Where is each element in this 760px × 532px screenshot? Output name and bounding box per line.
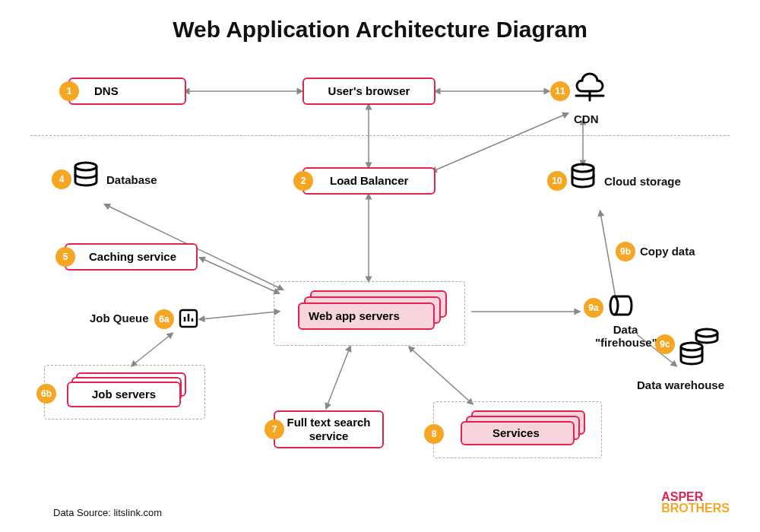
svg-point-24 <box>696 329 717 337</box>
svg-line-8 <box>201 312 277 319</box>
badge-8: 8 <box>424 424 444 444</box>
cache-label: Caching service <box>89 250 176 264</box>
browser-node: User's browser <box>302 78 435 105</box>
svg-point-17 <box>75 163 97 170</box>
fts-label: Full text search service <box>280 416 378 443</box>
svg-line-14 <box>410 348 471 403</box>
webapp-label: Web app servers <box>309 309 400 322</box>
dns-node: DNS <box>68 78 186 105</box>
lb-node: Load Balancer <box>302 167 435 195</box>
badge-6a: 6a <box>154 309 174 329</box>
jobservers-label-box: Job servers <box>67 382 181 407</box>
cache-node: Caching service <box>65 243 198 271</box>
fts-node: Full text search service <box>274 410 384 448</box>
badge-1: 1 <box>59 81 79 101</box>
firehose-icon <box>608 293 635 321</box>
badge-11: 11 <box>550 81 570 101</box>
badge-9b: 9b <box>616 242 635 261</box>
cdn-icon <box>572 70 608 106</box>
cdn-label: CDN <box>574 112 599 125</box>
database-label: Database <box>106 173 157 186</box>
asper-logo: ASPER BROTHERS <box>661 491 730 514</box>
cloud-storage-label: Cloud storage <box>604 175 681 188</box>
dns-label: DNS <box>94 84 119 98</box>
svg-point-23 <box>610 296 618 315</box>
copy-label: Copy data <box>640 245 695 258</box>
svg-point-18 <box>572 164 594 172</box>
badge-10: 10 <box>547 171 567 191</box>
svg-point-25 <box>681 343 702 350</box>
browser-label: User's browser <box>328 84 410 98</box>
svg-line-13 <box>327 348 350 407</box>
svg-line-4 <box>433 114 566 171</box>
database-icon <box>73 161 99 195</box>
badge-7: 7 <box>264 420 284 439</box>
cloud-storage-icon <box>570 163 596 196</box>
badge-5: 5 <box>55 247 75 267</box>
services-label: Services <box>492 426 540 439</box>
diagram-canvas: DNS 1 User's browser 11 CDN Load Balance… <box>0 0 760 532</box>
dw-label: Data warehouse <box>637 378 724 391</box>
dw-icon <box>676 325 722 374</box>
badge-4: 4 <box>52 169 71 189</box>
badge-2: 2 <box>293 171 313 191</box>
firehose-label: Data "firehouse" <box>595 323 656 349</box>
svg-line-7 <box>201 258 277 293</box>
svg-line-11 <box>600 213 616 298</box>
badge-9c: 9c <box>655 334 675 354</box>
jobq-icon <box>178 308 199 332</box>
lb-label: Load Balancer <box>330 174 408 188</box>
badge-9a: 9a <box>584 298 603 318</box>
svg-line-9 <box>133 334 171 365</box>
badge-6b: 6b <box>36 384 56 404</box>
data-source: Data Source: litslink.com <box>53 507 162 518</box>
jobq-label: Job Queue <box>90 312 149 325</box>
